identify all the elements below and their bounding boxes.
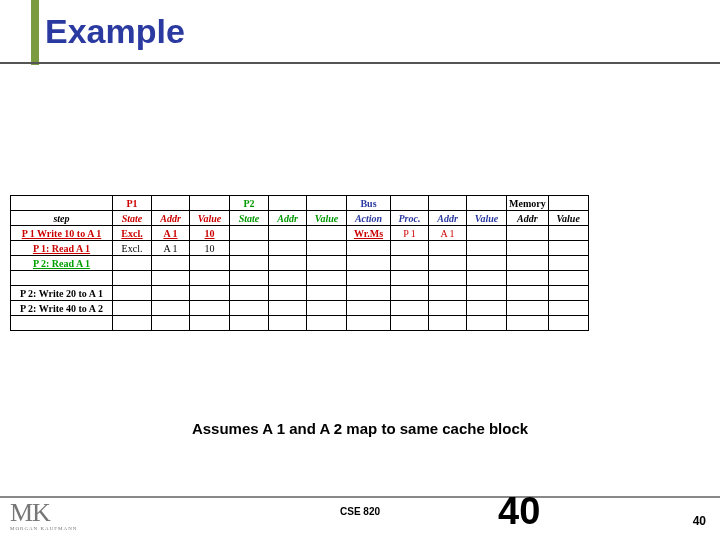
cell bbox=[429, 256, 467, 271]
col-mem-value: Value bbox=[548, 211, 588, 226]
cell bbox=[347, 241, 391, 256]
cell bbox=[467, 241, 507, 256]
accent-bar bbox=[31, 0, 39, 65]
cell bbox=[347, 316, 391, 331]
cell: 10 bbox=[190, 241, 230, 256]
cell bbox=[429, 286, 467, 301]
cell bbox=[152, 271, 190, 286]
cell: P 1 bbox=[391, 226, 429, 241]
cell bbox=[467, 286, 507, 301]
logo-subtitle: MORGAN KAUFMANN bbox=[10, 526, 77, 531]
cell bbox=[113, 301, 152, 316]
group-memory: Memory bbox=[507, 196, 549, 211]
cell bbox=[269, 301, 307, 316]
cache-table: P1 P2 Bus Memory step State Addr Value S… bbox=[10, 195, 589, 331]
group-p1: P1 bbox=[113, 196, 152, 211]
cell bbox=[347, 256, 391, 271]
cell bbox=[190, 286, 230, 301]
cell bbox=[391, 256, 429, 271]
cell bbox=[269, 316, 307, 331]
cell bbox=[507, 286, 549, 301]
cell: P 2: Read A 1 bbox=[11, 256, 113, 271]
table-row: P 2: Read A 1 bbox=[11, 256, 589, 271]
cell: A 1 bbox=[152, 241, 190, 256]
cell bbox=[391, 301, 429, 316]
cell bbox=[307, 256, 347, 271]
divider-bottom bbox=[0, 496, 720, 498]
cell bbox=[467, 226, 507, 241]
cell bbox=[429, 301, 467, 316]
cell bbox=[467, 271, 507, 286]
table-row: P 1: Read A 1Excl.A 110 bbox=[11, 241, 589, 256]
footer-course: CSE 820 bbox=[0, 506, 720, 517]
cell bbox=[467, 316, 507, 331]
cell bbox=[190, 256, 230, 271]
col-bus-proc: Proc. bbox=[391, 211, 429, 226]
col-bus-addr: Addr bbox=[429, 211, 467, 226]
cell: P 1 Write 10 to A 1 bbox=[11, 226, 113, 241]
cell bbox=[548, 316, 588, 331]
cell: Wr.Ms bbox=[347, 226, 391, 241]
cell bbox=[507, 241, 549, 256]
col-bus-value: Value bbox=[467, 211, 507, 226]
cell bbox=[190, 271, 230, 286]
col-p2-addr: Addr bbox=[269, 211, 307, 226]
cell bbox=[190, 301, 230, 316]
col-p1-state: State bbox=[113, 211, 152, 226]
cell bbox=[507, 226, 549, 241]
cell bbox=[391, 286, 429, 301]
cell bbox=[391, 241, 429, 256]
cell bbox=[429, 316, 467, 331]
cell bbox=[152, 286, 190, 301]
cell bbox=[429, 271, 467, 286]
cell bbox=[230, 301, 269, 316]
table-row: P 1 Write 10 to A 1Excl.A 110Wr.MsP 1A 1 bbox=[11, 226, 589, 241]
cell bbox=[269, 241, 307, 256]
cell bbox=[391, 316, 429, 331]
cell bbox=[11, 271, 113, 286]
cell bbox=[113, 271, 152, 286]
cell bbox=[548, 226, 588, 241]
group-bus: Bus bbox=[347, 196, 391, 211]
cell: A 1 bbox=[152, 226, 190, 241]
group-p2: P2 bbox=[230, 196, 269, 211]
cell bbox=[347, 286, 391, 301]
cell bbox=[548, 301, 588, 316]
table-col-header: step State Addr Value State Addr Value A… bbox=[11, 211, 589, 226]
slide-title: Example bbox=[45, 12, 185, 51]
table-row bbox=[11, 316, 589, 331]
cell bbox=[230, 316, 269, 331]
cell bbox=[152, 256, 190, 271]
cell bbox=[347, 271, 391, 286]
col-step: step bbox=[11, 211, 113, 226]
cell bbox=[548, 241, 588, 256]
col-bus-action: Action bbox=[347, 211, 391, 226]
col-mem-addr: Addr bbox=[507, 211, 549, 226]
cell bbox=[113, 256, 152, 271]
cell bbox=[190, 316, 230, 331]
cell bbox=[230, 256, 269, 271]
table-row: P 2: Write 40 to A 2 bbox=[11, 301, 589, 316]
cell: A 1 bbox=[429, 226, 467, 241]
cell bbox=[347, 301, 391, 316]
col-p1-addr: Addr bbox=[152, 211, 190, 226]
cell bbox=[507, 271, 549, 286]
cell bbox=[548, 286, 588, 301]
cell bbox=[269, 256, 307, 271]
cell bbox=[307, 301, 347, 316]
cell bbox=[507, 316, 549, 331]
cell bbox=[11, 316, 113, 331]
cell bbox=[152, 316, 190, 331]
cell bbox=[307, 226, 347, 241]
cell bbox=[307, 286, 347, 301]
cell bbox=[230, 271, 269, 286]
cell bbox=[467, 256, 507, 271]
cell: Excl. bbox=[113, 241, 152, 256]
cell: P 2: Write 20 to A 1 bbox=[11, 286, 113, 301]
cell bbox=[230, 226, 269, 241]
cell bbox=[113, 286, 152, 301]
slide-number-large: 40 bbox=[498, 490, 540, 533]
col-p1-value: Value bbox=[190, 211, 230, 226]
cell: 10 bbox=[190, 226, 230, 241]
col-p2-value: Value bbox=[307, 211, 347, 226]
